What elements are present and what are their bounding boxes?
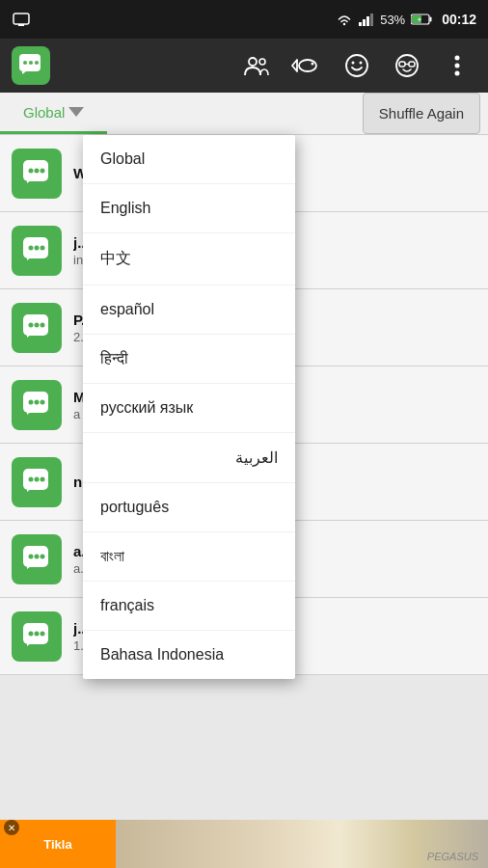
svg-point-18: [352, 62, 355, 65]
ad-banner: Tikla PEGASUS: [0, 820, 488, 868]
smiley-icon: [344, 53, 369, 78]
app-logo-button[interactable]: [8, 42, 54, 89]
chat-avatar-2: [12, 226, 62, 276]
language-label-french: français: [100, 597, 154, 613]
language-label-portuguese: português: [100, 499, 169, 515]
status-time: 00:12: [442, 12, 476, 27]
status-left: [12, 12, 31, 27]
ad-close-button[interactable]: ✕: [4, 820, 19, 835]
language-option-arabic[interactable]: العربية: [83, 433, 295, 483]
notification-icon: [12, 12, 31, 27]
chat-avatar-7: [12, 611, 62, 662]
svg-point-36: [29, 322, 34, 327]
svg-point-33: [35, 245, 40, 250]
fish-nav-button[interactable]: [284, 42, 330, 89]
language-option-bengali[interactable]: বাংলা: [83, 532, 295, 582]
status-right: 53% 00:12: [336, 12, 476, 27]
language-option-hindi[interactable]: हिन्दी: [83, 335, 295, 384]
fish-icon: [291, 55, 322, 76]
people-nav-button[interactable]: [233, 42, 280, 89]
app-icon: [12, 46, 50, 85]
svg-point-25: [455, 64, 460, 68]
language-option-indonesian[interactable]: Bahasa Indonesia: [83, 631, 295, 679]
emoji-glasses-nav-button[interactable]: [384, 42, 430, 89]
svg-point-11: [29, 61, 33, 65]
svg-point-42: [41, 399, 45, 404]
teda-chat-logo-6: [21, 544, 52, 575]
main-content: Global Shuffle Again W...: [0, 93, 488, 820]
teda-chat-logo-2: [21, 235, 52, 266]
svg-rect-5: [370, 14, 373, 26]
language-option-english[interactable]: English: [83, 184, 295, 233]
language-label-global: Global: [100, 150, 145, 167]
status-bar: 53% 00:12: [0, 0, 488, 39]
svg-point-49: [35, 554, 40, 558]
svg-point-52: [29, 631, 34, 636]
more-nav-button[interactable]: [434, 42, 480, 89]
svg-rect-21: [399, 62, 405, 67]
language-label-bengali: বাংলা: [100, 548, 124, 564]
wifi-icon: [336, 13, 353, 26]
signal-icon: [359, 13, 374, 26]
emoji-glasses-icon: [394, 53, 420, 78]
language-label-russian: русский язык: [100, 399, 193, 416]
chat-avatar-6: [12, 534, 62, 584]
svg-point-19: [360, 62, 363, 65]
smiley-nav-button[interactable]: [334, 42, 380, 89]
ad-right-section[interactable]: PEGASUS: [116, 820, 488, 868]
teda-chat-logo-1: [21, 158, 52, 189]
language-dropdown: Global English 中文 español हिन्दी русский…: [83, 135, 295, 679]
svg-point-54: [41, 631, 45, 636]
svg-point-12: [35, 61, 39, 65]
chat-avatar-4: [12, 380, 62, 430]
language-label-arabic: العربية: [235, 449, 278, 466]
svg-rect-0: [14, 14, 29, 24]
svg-point-46: [41, 476, 45, 481]
people-icon: [243, 54, 270, 77]
language-option-portuguese[interactable]: português: [83, 483, 295, 532]
battery-percent: 53%: [380, 13, 405, 27]
battery-icon: [411, 14, 432, 25]
chat-avatar-1: [12, 149, 62, 199]
svg-point-53: [35, 631, 40, 636]
svg-rect-1: [18, 24, 24, 26]
language-option-russian[interactable]: русский язык: [83, 384, 295, 433]
svg-point-14: [259, 59, 265, 65]
svg-point-34: [41, 245, 45, 250]
teda-chat-logo-7: [21, 621, 52, 652]
shuffle-again-button[interactable]: Shuffle Again: [363, 93, 480, 134]
svg-point-48: [29, 554, 34, 558]
language-option-french[interactable]: français: [83, 582, 295, 631]
language-label-hindi: हिन्दी: [100, 350, 128, 366]
svg-point-24: [455, 56, 460, 61]
language-option-chinese[interactable]: 中文: [83, 233, 295, 285]
teda-chat-logo-3: [21, 312, 52, 343]
svg-point-44: [29, 476, 34, 481]
chat-avatar-3: [12, 303, 62, 353]
language-option-spanish[interactable]: español: [83, 285, 295, 335]
svg-rect-2: [359, 22, 362, 26]
tab-global[interactable]: Global: [0, 93, 107, 134]
svg-point-41: [35, 399, 40, 404]
ad-left-text: Tikla: [43, 837, 71, 852]
language-label-chinese: 中文: [100, 250, 131, 266]
svg-point-50: [41, 554, 45, 558]
tab-row: Global Shuffle Again: [0, 93, 488, 135]
svg-point-29: [35, 168, 40, 173]
chat-bubble-icon: [18, 53, 43, 78]
teda-chat-logo-4: [21, 390, 52, 420]
language-label-indonesian: Bahasa Indonesia: [100, 646, 224, 663]
language-label-english: English: [100, 200, 150, 216]
svg-point-15: [299, 60, 316, 71]
nav-bar: [0, 39, 488, 93]
ad-brand: PEGASUS: [427, 851, 478, 862]
svg-rect-7: [430, 17, 432, 22]
language-option-global[interactable]: Global: [83, 135, 295, 184]
svg-rect-3: [363, 19, 366, 26]
language-label-spanish: español: [100, 301, 154, 317]
svg-point-30: [41, 168, 45, 173]
more-dots-icon: [454, 54, 460, 77]
svg-point-13: [249, 58, 257, 66]
svg-point-45: [35, 476, 40, 481]
svg-point-17: [346, 55, 367, 76]
